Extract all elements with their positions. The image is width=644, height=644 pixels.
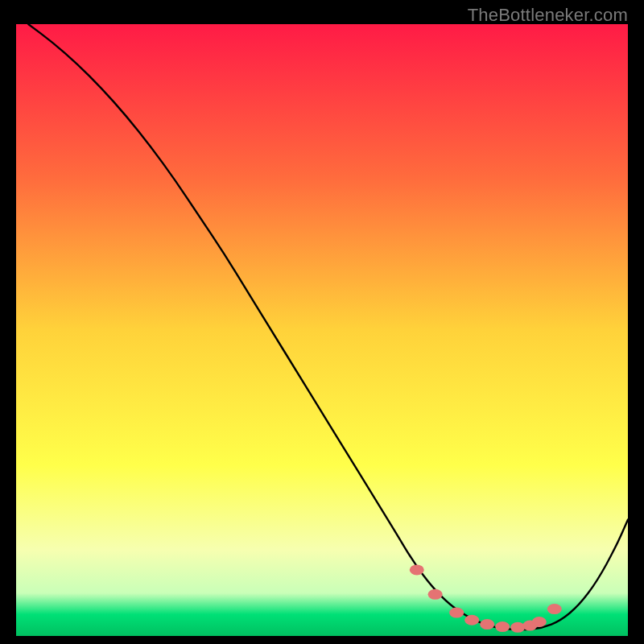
chart-canvas [16, 24, 628, 636]
marker-point [464, 615, 479, 625]
marker-point [428, 589, 443, 600]
marker-point [480, 619, 494, 630]
marker-point [449, 608, 464, 618]
marker-point [495, 621, 510, 632]
marker-point [547, 604, 562, 614]
marker-point [410, 564, 424, 575]
chart-frame [16, 24, 628, 636]
marker-point [510, 622, 525, 633]
watermark-text: TheBottleneker.com [468, 5, 628, 26]
marker-point [532, 617, 547, 627]
gradient-background [16, 24, 628, 636]
